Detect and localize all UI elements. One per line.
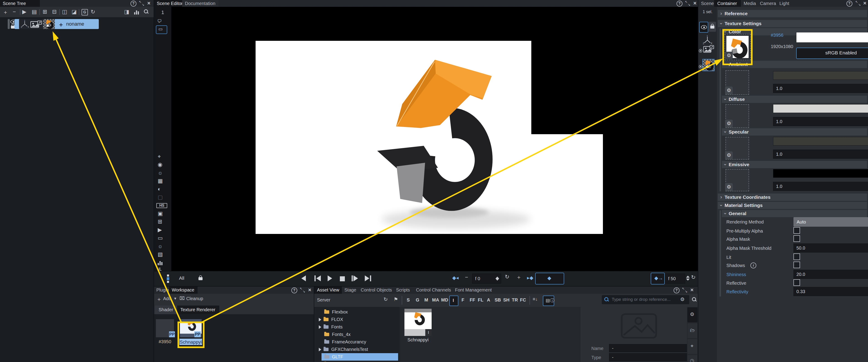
section-material-settings[interactable]: ›Material Settings xyxy=(718,202,867,209)
frame-start-field[interactable]: f 0 xyxy=(472,274,501,283)
sort-icon[interactable]: ≡↓ xyxy=(533,297,538,302)
color-texture-slot[interactable]: ⚙ xyxy=(724,34,751,60)
maximize-icon[interactable] xyxy=(300,288,305,293)
tree-item-frameaccurancy[interactable]: FrameAccurancy xyxy=(324,338,397,346)
remove-node-icon[interactable]: − xyxy=(13,9,16,15)
tab-workspace[interactable]: Workspace xyxy=(172,286,194,293)
tree-item-gfxchannelstest[interactable]: GFXChannelsTest xyxy=(319,346,396,353)
filter-movies[interactable]: M xyxy=(424,297,428,303)
section-reference[interactable]: ›Reference xyxy=(718,10,867,17)
camera-icon[interactable]: ◉ xyxy=(158,161,162,168)
focus-icon[interactable]: ⌖ xyxy=(158,153,161,159)
section-texture-settings[interactable]: ›Texture Settings xyxy=(718,20,867,27)
layout-vertical-icon[interactable]: ◪ xyxy=(71,9,77,15)
lock-toggle-button[interactable] xyxy=(709,22,716,32)
section-texture-coordinates[interactable]: ›Texture Coordinates xyxy=(718,193,867,201)
add-group-icon[interactable]: G xyxy=(82,9,88,16)
frame-end-field[interactable]: f 50 xyxy=(665,274,685,283)
texture-item-label-selected[interactable]: Schnappyi xyxy=(180,339,202,345)
close-icon[interactable]: × xyxy=(147,1,150,6)
go-to-start-button[interactable] xyxy=(314,275,321,281)
reflectivity-field[interactable]: 0.33 xyxy=(794,287,868,296)
step-forward-button[interactable] xyxy=(352,275,358,281)
tab-scene[interactable]: Scene xyxy=(701,0,714,7)
play-view-icon[interactable]: ▶ xyxy=(158,227,162,233)
add-button-label[interactable]: Add xyxy=(163,296,171,301)
emissive-texture-slot[interactable]: ⚙ xyxy=(725,169,749,191)
info-toggle-button[interactable]: ▤ⓘ xyxy=(543,296,554,306)
filter-geometry[interactable]: G xyxy=(416,297,420,303)
help-icon[interactable]: ? xyxy=(130,1,136,7)
start-presentation-icon[interactable]: ▶ xyxy=(22,9,26,15)
bulb-icon[interactable]: ☼ xyxy=(158,243,163,249)
maximize-icon[interactable] xyxy=(139,1,144,6)
tab-container[interactable]: Container xyxy=(717,0,737,7)
asset-label[interactable]: Schnappyi xyxy=(404,337,432,342)
plus-icon[interactable]: ＋ xyxy=(58,21,64,29)
side-panel-icon[interactable]: ◨ xyxy=(124,9,129,15)
filter-flox[interactable]: FL xyxy=(478,297,483,303)
add-node-icon[interactable]: ＋ xyxy=(3,9,8,16)
sync-icon[interactable]: ↻ xyxy=(383,297,388,302)
go-to-end-button[interactable] xyxy=(365,275,371,281)
filter-materials[interactable]: MA xyxy=(432,297,439,303)
performance-icon[interactable] xyxy=(134,9,139,14)
all-layers-label[interactable]: All xyxy=(179,275,184,281)
collapse-tree-icon[interactable]: ⊟ xyxy=(52,9,57,15)
rail-tab-history[interactable]: ◷ xyxy=(687,355,698,362)
add-keyframe-icon[interactable]: ＋ xyxy=(516,274,522,281)
tab-scene-editor[interactable]: Scene Editor xyxy=(157,0,183,7)
close-icon[interactable]: × xyxy=(690,288,693,293)
emissive-value-field[interactable]: 1.0 xyxy=(773,182,868,191)
texture-radio[interactable] xyxy=(699,49,702,53)
filter-fc[interactable]: FC xyxy=(520,297,526,303)
maximize-icon[interactable] xyxy=(856,1,861,6)
keyframe-mode-button[interactable]: ◆ xyxy=(535,273,564,284)
filter-sh[interactable]: SH xyxy=(503,297,509,303)
gear-icon[interactable]: ⚙ xyxy=(725,87,733,94)
bounds-icon[interactable]: ▭ xyxy=(158,235,163,241)
safe-frame-icon[interactable]: ▣ xyxy=(158,210,163,217)
maximize-icon[interactable] xyxy=(685,1,690,6)
tree-item-fonts[interactable]: Fonts xyxy=(319,323,396,331)
shadows-checkbox[interactable] xyxy=(794,262,800,268)
texture-item-thumbnail[interactable]: PP xyxy=(156,319,174,337)
texture-icon[interactable] xyxy=(703,44,714,54)
tab-asset-view[interactable]: Asset View xyxy=(317,286,339,293)
tree-item-flox[interactable]: FLOX xyxy=(319,316,396,323)
tab-camera[interactable]: Camera xyxy=(760,0,776,7)
rail-texture-thumbnail[interactable] xyxy=(702,59,715,71)
loop-range-icon[interactable]: ↻ xyxy=(505,274,509,280)
axes-icon[interactable]: Y Z X xyxy=(702,35,712,44)
asset-thumbnail[interactable]: I xyxy=(404,309,432,336)
play-button[interactable] xyxy=(328,275,332,281)
section-diffuse[interactable]: ›Diffuse xyxy=(722,96,867,103)
tooltip-info-icon[interactable]: 🗩 xyxy=(157,19,162,24)
subtab-texture-renderer[interactable]: Texture Renderer xyxy=(180,307,215,312)
filter-font-files[interactable]: FF xyxy=(470,297,475,303)
diffuse-texture-slot[interactable]: ⚙ xyxy=(725,104,749,128)
ambient-value-field[interactable]: 1.0 xyxy=(773,84,868,93)
add-view-icon[interactable]: ⊞ xyxy=(158,218,162,225)
selection-icon[interactable]: ▧ xyxy=(158,251,163,258)
scene-tree-node-row[interactable]: Y Z X ＋ noname xyxy=(14,19,99,29)
rendering-method-dropdown[interactable]: Auto xyxy=(794,217,868,227)
layout-horizontal-icon[interactable]: ◫ xyxy=(62,9,67,15)
tab-documentation[interactable]: Documentation xyxy=(185,0,215,7)
spinner[interactable] xyxy=(493,276,499,281)
cleanup-button-label[interactable]: Cleanup xyxy=(186,296,203,301)
texture-id[interactable]: #3956 xyxy=(771,33,783,38)
tab-control-objects[interactable]: Control Objects xyxy=(361,286,392,293)
expand-arrow-icon[interactable] xyxy=(319,348,321,351)
gizmo-icon[interactable]: ▢ xyxy=(158,194,163,200)
cleanup-icon[interactable]: ⌧ xyxy=(180,296,185,301)
search-box[interactable]: Type string or drop reference... ⚙ xyxy=(602,295,689,304)
search-icon[interactable] xyxy=(144,9,149,14)
search-settings-gear-icon[interactable]: ⚙ xyxy=(680,297,685,302)
section-emissive[interactable]: ›Emissive xyxy=(722,161,867,168)
rail-tab-tags[interactable]: ✦ xyxy=(687,339,698,354)
next-keyframe-icon[interactable]: ▸◆ xyxy=(527,275,533,281)
image-adjust-icon[interactable]: ▦ xyxy=(158,178,163,184)
tab-media[interactable]: Media xyxy=(744,0,756,7)
shininess-field[interactable]: 20.0 xyxy=(794,270,868,279)
